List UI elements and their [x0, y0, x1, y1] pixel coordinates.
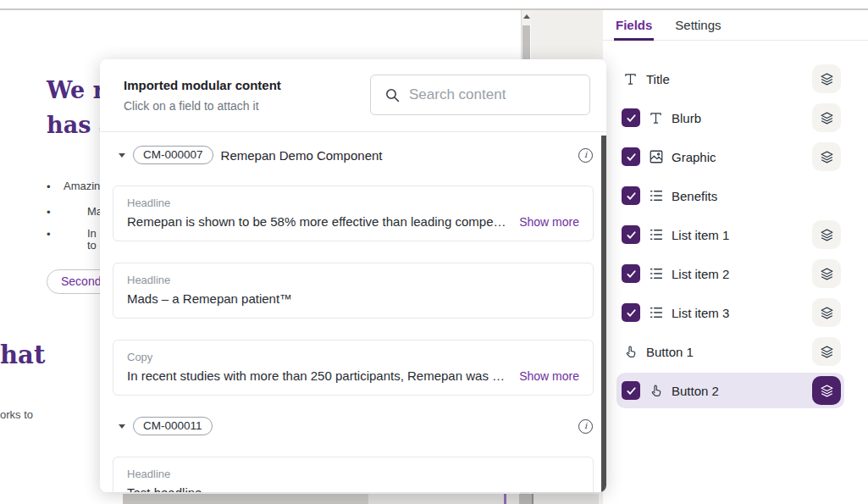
info-icon[interactable]: i — [578, 419, 593, 434]
field-label: Button 1 — [646, 345, 694, 359]
modal-title: Imported modular content — [124, 78, 281, 92]
field-label: Button 2 — [672, 384, 719, 398]
field-card-label: Headline — [127, 468, 579, 480]
check-icon — [626, 113, 637, 124]
field-checkbox[interactable] — [622, 381, 640, 400]
field-checkbox[interactable] — [622, 186, 640, 205]
field-checkbox[interactable] — [622, 264, 640, 283]
field-card-value: Remepan is shown to be 58% more effectiv… — [127, 213, 506, 230]
component-id-badge: CM-000011 — [133, 417, 213, 435]
field-card-value: Test headline — [127, 484, 579, 492]
field-card-value: Mads – a Remepan patient™ — [127, 290, 579, 307]
modal-content-list: CM-000007 Remepan Demo Component i Headl… — [100, 132, 606, 492]
body-text-fragment: orks to — [0, 408, 33, 421]
show-more-link[interactable]: Show more — [519, 215, 579, 229]
text-type-icon — [622, 70, 639, 88]
layers-button[interactable] — [812, 337, 841, 366]
field-card-label: Copy — [127, 351, 579, 363]
layers-button[interactable] — [812, 64, 841, 93]
field-row[interactable]: Graphic — [603, 137, 868, 176]
list-icon — [647, 265, 665, 283]
sidebar-tabs: Fields Settings — [603, 10, 868, 41]
layers-button[interactable] — [812, 142, 841, 171]
field-label: Graphic — [672, 150, 716, 164]
field-label: List item 3 — [672, 306, 729, 320]
check-icon — [626, 307, 637, 318]
canvas-bottom-bar — [519, 494, 532, 504]
check-icon — [626, 269, 637, 280]
field-label: Blurb — [672, 111, 701, 125]
chevron-down-icon[interactable] — [119, 424, 125, 429]
content-field-card[interactable]: Headline Remepan is shown to be 58% more… — [113, 186, 594, 241]
modal-subtitle: Click on a field to attach it — [124, 99, 259, 113]
field-label: List item 1 — [672, 228, 729, 242]
bullet-dot: • — [47, 180, 51, 193]
show-more-link[interactable]: Show more — [519, 369, 579, 383]
pointer-click-icon — [647, 382, 665, 400]
list-icon — [647, 187, 665, 205]
check-icon — [626, 152, 637, 163]
info-icon[interactable]: i — [578, 148, 593, 163]
content-field-card[interactable]: Headline Mads – a Remepan patient™ — [113, 263, 594, 318]
field-checkbox[interactable] — [622, 225, 640, 244]
field-row[interactable]: List item 3 — [603, 293, 868, 332]
content-field-card[interactable]: Headline Test headline — [113, 457, 594, 492]
check-icon — [626, 191, 637, 202]
chevron-down-icon[interactable] — [119, 153, 125, 158]
scroll-up-button[interactable] — [522, 10, 531, 24]
layers-button[interactable] — [812, 298, 841, 327]
image-icon — [647, 148, 665, 166]
bullet-dot: • — [47, 228, 51, 241]
field-card-label: Headline — [127, 197, 579, 209]
bullet-dot: • — [47, 206, 51, 219]
field-card-label: Headline — [127, 274, 579, 286]
tab-fields[interactable]: Fields — [616, 18, 652, 40]
sidebar-field-list: Title Blurb Graphic Benefits List item 1… — [603, 59, 868, 410]
check-icon — [626, 230, 637, 241]
canvas-bottom-bar — [123, 494, 368, 504]
imported-content-modal: Imported modular content Click on a fiel… — [100, 59, 606, 492]
fields-sidebar: Fields Settings Title Blurb Graphic Bene… — [603, 10, 868, 504]
layers-button[interactable] — [812, 376, 841, 405]
layers-button[interactable] — [812, 259, 841, 288]
field-checkbox[interactable] — [622, 108, 640, 127]
search-input[interactable] — [409, 86, 574, 103]
component-name: Remepan Demo Component — [221, 148, 383, 163]
component-group: CM-000011 i Headline Test headline — [100, 417, 606, 492]
field-card-value: In recent studies with more than 250 par… — [127, 367, 506, 385]
search-icon — [385, 88, 400, 102]
field-checkbox[interactable] — [622, 303, 640, 322]
field-label: Title — [646, 72, 670, 86]
field-row[interactable]: List item 2 — [603, 254, 868, 293]
component-group-header: CM-000007 Remepan Demo Component i — [119, 146, 593, 164]
check-icon — [626, 385, 637, 396]
field-row[interactable]: Button 2 — [616, 373, 844, 408]
field-label: List item 2 — [672, 267, 729, 281]
pointer-click-icon — [622, 343, 639, 361]
field-row[interactable]: List item 1 — [603, 215, 868, 254]
list-icon — [647, 304, 665, 322]
section-heading: hat — [0, 341, 45, 369]
canvas-bottom-bar — [368, 494, 504, 504]
field-row[interactable]: Title — [603, 59, 868, 98]
layers-button[interactable] — [812, 220, 841, 249]
component-group-header: CM-000011 i — [119, 417, 593, 435]
search-box[interactable] — [370, 75, 590, 115]
content-field-card[interactable]: Copy In recent studies with more than 25… — [113, 340, 594, 396]
field-row[interactable]: Blurb — [603, 98, 868, 137]
canvas-bottom-bar — [506, 494, 519, 504]
component-id-badge: CM-000007 — [133, 146, 213, 164]
tab-settings[interactable]: Settings — [675, 18, 721, 40]
layers-button[interactable] — [812, 103, 841, 132]
field-row[interactable]: Button 1 — [603, 332, 868, 371]
component-group: CM-000007 Remepan Demo Component i Headl… — [100, 146, 606, 396]
field-label: Benefits — [672, 189, 717, 203]
field-row[interactable]: Benefits — [603, 176, 868, 215]
field-checkbox[interactable] — [622, 147, 640, 166]
canvas-bottom-bar — [534, 494, 599, 504]
list-icon — [647, 226, 665, 244]
text-type-icon — [647, 109, 665, 127]
modal-scrollbar-thumb[interactable] — [601, 136, 606, 492]
